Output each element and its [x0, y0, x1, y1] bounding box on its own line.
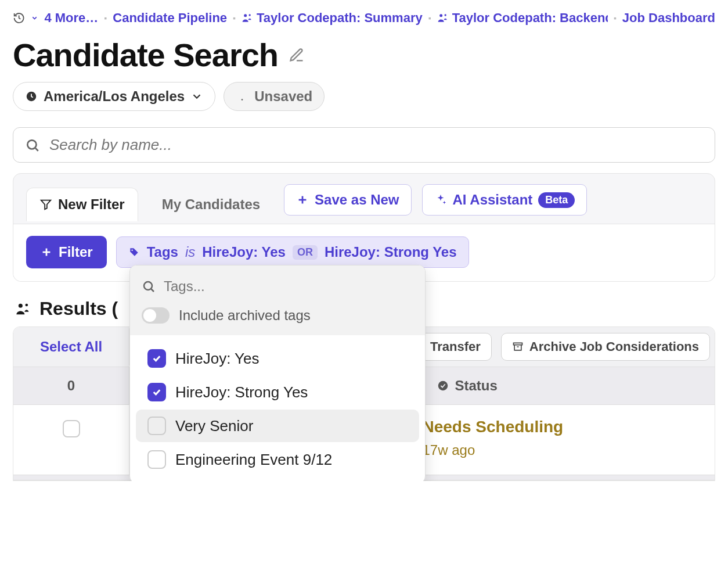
svg-point-13 [131, 249, 133, 251]
dropdown-option[interactable]: HireJoy: Yes [136, 342, 419, 375]
svg-point-2 [439, 14, 442, 17]
breadcrumb-item-dashboard[interactable]: Job Dashboard [622, 10, 715, 26]
dropdown-option[interactable]: Engineering Event 9/12 [136, 443, 419, 476]
button-label: Filter [59, 244, 93, 260]
funnel-icon [39, 198, 52, 211]
column-label: Status [455, 378, 498, 394]
chip-or: OR [293, 245, 318, 260]
chevron-down-icon [190, 90, 203, 103]
archive-button[interactable]: Archive Job Considerations [501, 333, 710, 361]
chevron-down-icon[interactable] [31, 13, 38, 23]
svg-point-16 [19, 303, 23, 307]
save-as-new-button[interactable]: Save as New [284, 184, 411, 216]
person-icon [437, 12, 449, 24]
select-all-button[interactable]: Select All [13, 328, 129, 365]
button-label: AI Assistant [453, 192, 533, 208]
search-field[interactable] [13, 127, 715, 163]
beta-badge: Beta [538, 192, 575, 208]
button-label: Transfer [430, 339, 481, 354]
button-label: Save as New [315, 192, 399, 208]
dropdown-option[interactable]: Very Senior [136, 410, 419, 442]
sparkle-icon [434, 193, 447, 206]
status-text: Needs Scheduling [423, 418, 699, 436]
svg-rect-20 [513, 343, 522, 344]
dropdown-search[interactable] [142, 275, 413, 304]
history-icon[interactable] [13, 10, 25, 26]
svg-line-15 [152, 289, 154, 292]
include-archived-toggle[interactable] [142, 307, 170, 324]
search-input[interactable] [49, 136, 703, 154]
svg-point-22 [438, 381, 448, 391]
archive-icon [512, 341, 524, 353]
svg-point-17 [26, 303, 28, 306]
option-label: HireJoy: Yes [175, 350, 260, 368]
svg-marker-8 [41, 200, 51, 210]
chip-field: Tags [147, 244, 178, 260]
filter-panel: New Filter My Candidates Save as New AI … [13, 173, 715, 282]
breadcrumb-label: Taylor Codepath: Backend En… [452, 10, 608, 26]
person-icon [242, 12, 253, 24]
tag-dropdown: Include archived tags HireJoy: Yes HireJ… [129, 265, 426, 481]
timezone-selector[interactable]: America/Los Angeles [13, 82, 215, 111]
alert-icon [236, 90, 248, 103]
breadcrumb-sep: ▪ [104, 13, 107, 23]
checkbox-unchecked[interactable] [147, 450, 166, 469]
breadcrumb-item-backend[interactable]: Taylor Codepath: Backend En… [437, 10, 608, 26]
chip-value: HireJoy: Strong Yes [325, 244, 457, 260]
button-label: Archive Job Considerations [529, 339, 699, 354]
tab-label: New Filter [58, 196, 125, 213]
option-label: HireJoy: Strong Yes [175, 383, 308, 401]
tag-icon [128, 246, 140, 258]
search-icon [142, 279, 156, 293]
tab-label: My Candidates [162, 196, 260, 213]
breadcrumb-more[interactable]: 4 More… [44, 10, 98, 26]
status-time: 17w ago [423, 442, 699, 458]
edit-icon[interactable] [289, 47, 305, 63]
checkbox-unchecked[interactable] [147, 417, 166, 435]
plus-icon [40, 246, 53, 259]
search-icon [25, 138, 40, 153]
svg-point-5 [242, 99, 243, 101]
filter-chip-tags[interactable]: Tags is HireJoy: Yes OR HireJoy: Strong … [116, 236, 469, 268]
svg-point-0 [244, 14, 247, 17]
results-label: Results ( [39, 298, 118, 320]
breadcrumb-label: Taylor Codepath: Summary [257, 10, 423, 26]
ai-assistant-button[interactable]: AI Assistant Beta [422, 184, 588, 216]
chip-value: HireJoy: Yes [202, 244, 286, 260]
option-label: Engineering Event 9/12 [175, 451, 332, 469]
status-column-header[interactable]: Status [420, 367, 715, 404]
svg-point-3 [444, 14, 446, 16]
add-filter-button[interactable]: Filter [26, 236, 107, 268]
check-circle-icon [437, 379, 449, 392]
count-column-header: 0 [13, 367, 129, 404]
timezone-label: America/Los Angeles [44, 88, 185, 105]
checkbox-checked[interactable] [147, 349, 166, 368]
svg-point-1 [249, 14, 251, 16]
dropdown-option[interactable]: HireJoy: Strong Yes [136, 376, 419, 408]
checkbox-checked[interactable] [147, 383, 166, 401]
breadcrumb-sep: ▪ [614, 13, 617, 23]
toggle-label: Include archived tags [179, 307, 311, 324]
dropdown-options: HireJoy: Yes HireJoy: Strong Yes Very Se… [130, 335, 425, 481]
svg-point-14 [144, 282, 152, 290]
dropdown-search-input[interactable] [164, 278, 413, 295]
chip-op: is [185, 244, 195, 260]
plus-icon [296, 193, 309, 206]
tab-my-candidates[interactable]: My Candidates [149, 188, 273, 221]
svg-point-6 [27, 140, 36, 149]
page-title: Candidate Search [13, 36, 278, 74]
svg-line-7 [35, 148, 38, 150]
option-label: Very Senior [175, 417, 253, 435]
row-checkbox[interactable] [63, 420, 80, 437]
breadcrumb-item-pipeline[interactable]: Candidate Pipeline [113, 10, 227, 26]
unsaved-label: Unsaved [254, 88, 312, 105]
unsaved-badge: Unsaved [224, 82, 325, 111]
breadcrumb-sep: ▪ [428, 13, 431, 23]
people-icon [15, 301, 31, 317]
breadcrumb-item-summary[interactable]: Taylor Codepath: Summary [242, 10, 423, 26]
breadcrumb: 4 More… ▪ Candidate Pipeline ▪ Taylor Co… [0, 0, 728, 30]
tab-new-filter[interactable]: New Filter [26, 188, 138, 221]
breadcrumb-sep: ▪ [233, 13, 236, 23]
clock-icon [25, 90, 38, 103]
